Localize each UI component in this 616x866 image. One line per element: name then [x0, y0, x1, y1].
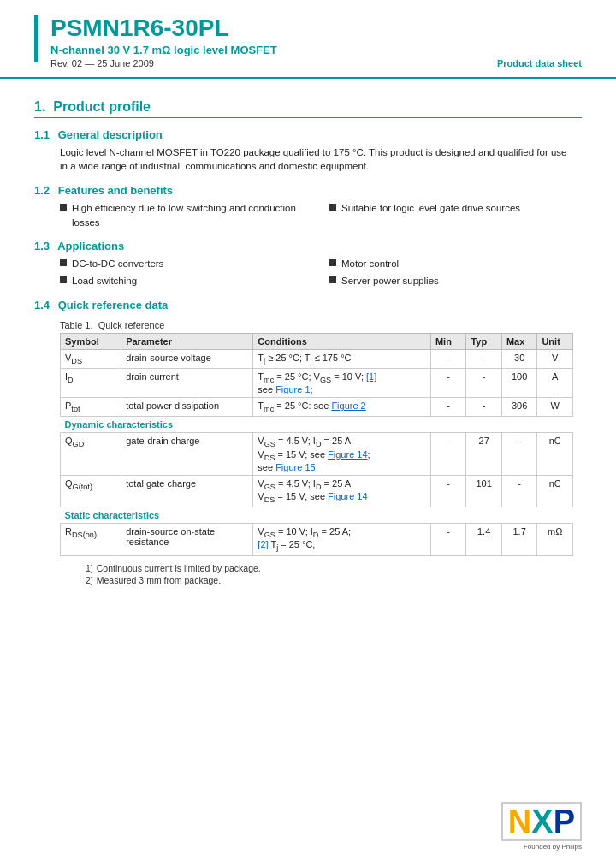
app-item-2: Load switching [60, 274, 312, 288]
feature-text-2: Suitable for logic level gate drive sour… [341, 201, 520, 216]
cell-min: - [430, 349, 466, 368]
app-item-1: DC-to-DC converters [60, 257, 312, 271]
cell-param: drain-source on-state resistance [121, 524, 253, 555]
footnote-1: 1] Continuous current is limited by pack… [86, 563, 573, 573]
bullet-icon [60, 259, 67, 266]
table-row: ID drain current Tmc = 25 °C; VGS = 10 V… [61, 369, 573, 398]
table-row: Ptot total power dissipation Tmc = 25 °C… [61, 398, 573, 417]
page-content: 1. Product profile 1.1 General descripti… [0, 79, 616, 609]
subheader-label-dynamic: Dynamic characteristics [61, 417, 573, 433]
table-row: QGD gate-drain charge VGS = 4.5 V; ID = … [61, 433, 573, 475]
cell-symbol: QGD [61, 433, 121, 475]
datasheet-label: Product data sheet [497, 58, 582, 68]
cell-typ: 27 [466, 433, 502, 475]
cell-typ: 101 [466, 475, 502, 507]
cell-symbol: ID [61, 369, 121, 398]
app-text-4: Server power supplies [341, 274, 439, 288]
cell-typ: - [466, 349, 502, 368]
bullet-icon [329, 276, 336, 283]
col-header-unit: Unit [537, 333, 573, 349]
cell-symbol: VDS [61, 349, 121, 368]
bullet-icon [60, 204, 67, 211]
col-header-symbol: Symbol [61, 333, 121, 349]
nxp-logo-area: N X P Founded by Philips [501, 802, 582, 851]
cell-cond: Tj ≥ 25 °C; Tj ≤ 175 °C [253, 349, 431, 368]
general-description-text: Logic level N-channel MOSFET in TO220 pa… [60, 145, 573, 174]
cell-unit: A [537, 369, 573, 398]
cell-unit: V [537, 349, 573, 368]
feature-text-1: High efficiency due to low switching and… [72, 201, 312, 229]
cell-cond: Tmc = 25 °C: see Figure 2 [253, 398, 431, 417]
table-footnotes: 1] Continuous current is limited by pack… [86, 563, 573, 585]
subsection-1-1-title: 1.1 General description [34, 128, 582, 141]
cell-param: total power dissipation [121, 398, 253, 417]
table-subheader-dynamic: Dynamic characteristics [61, 417, 573, 433]
cell-min: - [430, 524, 466, 555]
footnote-1-num: 1] [86, 563, 93, 573]
link-figure15[interactable]: Figure 15 [275, 462, 315, 472]
page-header: PSMN1R6-30PL N-channel 30 V 1.7 mΩ logic… [0, 0, 616, 79]
app-text-2: Load switching [72, 274, 137, 288]
bullet-icon [329, 259, 336, 266]
app-text-1: DC-to-DC converters [72, 257, 163, 271]
cell-unit: W [537, 398, 573, 417]
cell-cond: Tmc = 25 °C; VGS = 10 V; [1]see Figure 1… [253, 369, 431, 398]
col-header-min: Min [430, 333, 466, 349]
cell-param: gate-drain charge [121, 433, 253, 475]
link-figure1[interactable]: [1] [366, 371, 376, 382]
cell-typ: - [466, 369, 502, 398]
cell-min: - [430, 369, 466, 398]
app-item-3: Motor control [329, 257, 582, 271]
header-accent-bar [34, 15, 38, 62]
link-figure2[interactable]: Figure 2 [331, 400, 365, 411]
subsection-1-2-title: 1.2 Features and benefits [34, 184, 582, 197]
logo-letter-x: X [531, 805, 553, 838]
cell-max: - [501, 475, 537, 507]
revision-text: Rev. 02 — 25 June 2009 [50, 58, 154, 68]
cell-min: - [430, 433, 466, 475]
logo-letter-p: P [554, 805, 575, 838]
link-figure14a[interactable]: Figure 14 [328, 449, 367, 460]
quick-reference-table: Symbol Parameter Conditions Min Typ Max … [60, 333, 573, 556]
logo-tagline: Founded by Philips [524, 843, 582, 851]
col-header-conditions: Conditions [253, 333, 431, 349]
link-figure1b[interactable]: Figure 1 [275, 384, 310, 394]
cell-typ: 1.4 [466, 524, 502, 555]
table-row: VDS drain-source voltage Tj ≥ 25 °C; Tj … [61, 349, 573, 368]
product-title: PSMN1R6-30PL [50, 15, 582, 42]
col-header-max: Max [501, 333, 537, 349]
col-header-typ: Typ [466, 333, 502, 349]
cell-param: drain current [121, 369, 253, 398]
subsection-1-3-title: 1.3 Applications [34, 240, 582, 252]
cell-param: drain-source voltage [121, 349, 253, 368]
cell-max: 1.7 [501, 524, 537, 555]
footnote-1-text: Continuous current is limited by package… [97, 563, 261, 573]
link-fn2[interactable]: [2] [258, 539, 268, 549]
logo-letter-n: N [508, 805, 531, 838]
cell-max: - [501, 433, 537, 475]
cell-max: 306 [501, 398, 537, 417]
nxp-logo: N X P [501, 802, 582, 841]
bullet-icon [60, 276, 67, 283]
applications-list: DC-to-DC converters Motor control Load s… [60, 257, 582, 288]
cell-unit: nC [537, 433, 573, 475]
cell-min: - [430, 398, 466, 417]
app-item-4: Server power supplies [329, 274, 582, 288]
cell-min: - [430, 475, 466, 507]
cell-typ: - [466, 398, 502, 417]
link-figure14b[interactable]: Figure 14 [328, 491, 367, 501]
features-list: High efficiency due to low switching and… [60, 201, 582, 229]
feature-item-2: Suitable for logic level gate drive sour… [329, 201, 582, 229]
footnote-2-num: 2] [86, 575, 93, 585]
header-rev-row: Rev. 02 — 25 June 2009 Product data shee… [50, 58, 582, 68]
cell-cond: VGS = 4.5 V; ID = 25 A;VDS = 15 V; see F… [253, 433, 431, 475]
app-text-3: Motor control [341, 257, 399, 271]
cell-param: total gate charge [121, 475, 253, 507]
cell-unit: mΩ [537, 524, 573, 555]
cell-cond: VGS = 4.5 V; ID = 25 A;VDS = 15 V; see F… [253, 475, 431, 507]
subsection-1-1: 1.1 General description Logic level N-ch… [34, 128, 582, 174]
cell-symbol: Ptot [61, 398, 121, 417]
cell-max: 100 [501, 369, 537, 398]
quick-reference-table-section: Table 1. Quick reference Symbol Paramete… [60, 320, 573, 585]
table-label: Table 1. Quick reference [60, 320, 573, 330]
